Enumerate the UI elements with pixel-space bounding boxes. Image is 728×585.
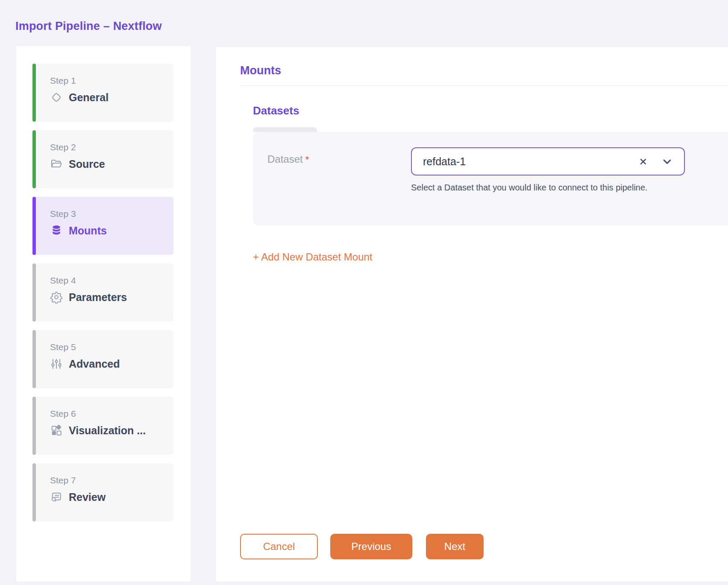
step-progress-bar bbox=[32, 64, 36, 122]
step-number: Step 6 bbox=[50, 397, 173, 419]
wizard-actions: Cancel Previous Next bbox=[240, 534, 484, 559]
step-label: General bbox=[69, 91, 109, 104]
page-title: Import Pipeline – Nextflow bbox=[15, 20, 162, 33]
step-label: Parameters bbox=[69, 291, 127, 304]
step-number: Step 4 bbox=[50, 263, 173, 286]
step-progress-bar bbox=[32, 397, 36, 455]
sidebar-item-visualization[interactable]: Step 6 Visualization ... bbox=[32, 397, 173, 455]
sidebar-item-review[interactable]: Step 7 Review bbox=[32, 463, 173, 521]
dataset-field-label: Dataset* bbox=[267, 147, 411, 193]
sliders-icon bbox=[50, 357, 63, 370]
tab-datasets[interactable]: Datasets bbox=[253, 104, 299, 117]
step-page-title: Mounts bbox=[240, 64, 281, 77]
next-button[interactable]: Next bbox=[426, 534, 484, 559]
cancel-button[interactable]: Cancel bbox=[240, 534, 318, 559]
step-label: Source bbox=[69, 158, 105, 170]
previous-button[interactable]: Previous bbox=[330, 534, 412, 559]
step-number: Step 5 bbox=[50, 330, 173, 352]
sidebar-item-source[interactable]: Step 2 Source bbox=[32, 130, 173, 188]
add-dataset-mount-link[interactable]: + Add New Dataset Mount bbox=[253, 251, 373, 263]
step-label: Visualization ... bbox=[69, 424, 146, 437]
sidebar-item-mounts[interactable]: Step 3 Mounts bbox=[32, 197, 173, 255]
diamond-icon bbox=[50, 91, 63, 104]
step-label: Advanced bbox=[69, 358, 120, 370]
clear-icon[interactable] bbox=[638, 157, 648, 167]
step-progress-bar bbox=[32, 463, 36, 521]
step-label: Review bbox=[69, 491, 106, 503]
required-asterisk: * bbox=[305, 154, 309, 165]
dataset-select-value: refdata-1 bbox=[423, 155, 638, 168]
chevron-down-icon[interactable] bbox=[661, 156, 673, 167]
step-label: Mounts bbox=[69, 225, 107, 237]
folder-icon bbox=[50, 158, 63, 170]
step-number: Step 7 bbox=[50, 463, 173, 486]
gear-icon bbox=[50, 291, 63, 304]
step-number: Step 2 bbox=[50, 130, 173, 152]
database-icon bbox=[50, 224, 63, 237]
dataset-helper-text: Select a Dataset that you would like to … bbox=[411, 183, 685, 193]
step-progress-bar bbox=[32, 330, 36, 388]
step-number: Step 1 bbox=[50, 64, 173, 86]
active-tab-indicator bbox=[253, 127, 317, 132]
dataset-mount-card: Dataset* refdata-1 Select a Dataset that… bbox=[253, 132, 728, 225]
main-panel: Mounts Datasets Dataset* refdata-1 Selec… bbox=[216, 47, 728, 582]
step-progress-bar bbox=[32, 197, 36, 255]
steps-sidebar: Step 1 General Step 2 Source Step 3 Moun… bbox=[16, 46, 191, 582]
shapes-icon bbox=[50, 424, 63, 437]
sidebar-item-parameters[interactable]: Step 4 Parameters bbox=[32, 263, 173, 322]
sidebar-item-general[interactable]: Step 1 General bbox=[32, 64, 173, 122]
document-search-icon bbox=[50, 491, 63, 503]
heading-divider bbox=[240, 85, 728, 86]
sidebar-item-advanced[interactable]: Step 5 Advanced bbox=[32, 330, 173, 388]
step-number: Step 3 bbox=[50, 197, 173, 219]
steps-list: Step 1 General Step 2 Source Step 3 Moun… bbox=[32, 64, 173, 521]
step-progress-bar bbox=[32, 130, 36, 188]
step-progress-bar bbox=[32, 263, 36, 322]
dataset-select[interactable]: refdata-1 bbox=[411, 147, 685, 176]
